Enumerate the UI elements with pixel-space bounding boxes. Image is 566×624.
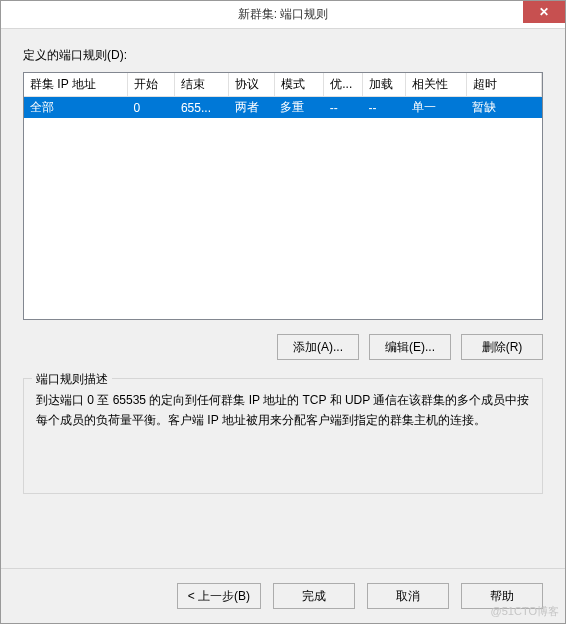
- column-header[interactable]: 结束: [175, 73, 229, 97]
- close-button[interactable]: ✕: [523, 1, 565, 23]
- edit-button[interactable]: 编辑(E)...: [369, 334, 451, 360]
- port-rules-label: 定义的端口规则(D):: [23, 47, 543, 64]
- table-row[interactable]: 全部0655...两者多重----单一暂缺: [24, 97, 542, 119]
- table-cell: --: [363, 97, 406, 119]
- table-buttons-row: 添加(A)... 编辑(E)... 删除(R): [23, 334, 543, 360]
- footer-buttons: < 上一步(B) 完成 取消 帮助: [1, 568, 565, 623]
- table-cell: --: [324, 97, 363, 119]
- description-title: 端口规则描述: [32, 371, 112, 388]
- column-header[interactable]: 模式: [274, 73, 324, 97]
- description-groupbox: 端口规则描述 到达端口 0 至 65535 的定向到任何群集 IP 地址的 TC…: [23, 378, 543, 494]
- table-cell: 多重: [274, 97, 324, 119]
- dialog-window: 新群集: 端口规则 ✕ 定义的端口规则(D): 群集 IP 地址开始结束协议模式…: [0, 0, 566, 624]
- cancel-button[interactable]: 取消: [367, 583, 449, 609]
- port-rules-table-container: 群集 IP 地址开始结束协议模式优...加载相关性超时 全部0655...两者多…: [23, 72, 543, 320]
- column-header[interactable]: 群集 IP 地址: [24, 73, 128, 97]
- column-header[interactable]: 超时: [466, 73, 541, 97]
- column-header[interactable]: 开始: [128, 73, 175, 97]
- column-header[interactable]: 协议: [229, 73, 274, 97]
- table-cell: 0: [128, 97, 175, 119]
- back-button[interactable]: < 上一步(B): [177, 583, 261, 609]
- port-rules-table[interactable]: 群集 IP 地址开始结束协议模式优...加载相关性超时 全部0655...两者多…: [24, 73, 542, 118]
- column-header[interactable]: 优...: [324, 73, 363, 97]
- content-area: 定义的端口规则(D): 群集 IP 地址开始结束协议模式优...加载相关性超时 …: [1, 29, 565, 568]
- titlebar: 新群集: 端口规则 ✕: [1, 1, 565, 29]
- table-header-row: 群集 IP 地址开始结束协议模式优...加载相关性超时: [24, 73, 542, 97]
- table-cell: 655...: [175, 97, 229, 119]
- help-button[interactable]: 帮助: [461, 583, 543, 609]
- description-text: 到达端口 0 至 65535 的定向到任何群集 IP 地址的 TCP 和 UDP…: [36, 391, 530, 431]
- table-cell: 暂缺: [466, 97, 541, 119]
- table-cell: 单一: [406, 97, 466, 119]
- table-cell: 两者: [229, 97, 274, 119]
- remove-button[interactable]: 删除(R): [461, 334, 543, 360]
- column-header[interactable]: 加载: [363, 73, 406, 97]
- window-title: 新群集: 端口规则: [1, 6, 565, 23]
- add-button[interactable]: 添加(A)...: [277, 334, 359, 360]
- finish-button[interactable]: 完成: [273, 583, 355, 609]
- table-cell: 全部: [24, 97, 128, 119]
- column-header[interactable]: 相关性: [406, 73, 466, 97]
- close-icon: ✕: [539, 5, 549, 19]
